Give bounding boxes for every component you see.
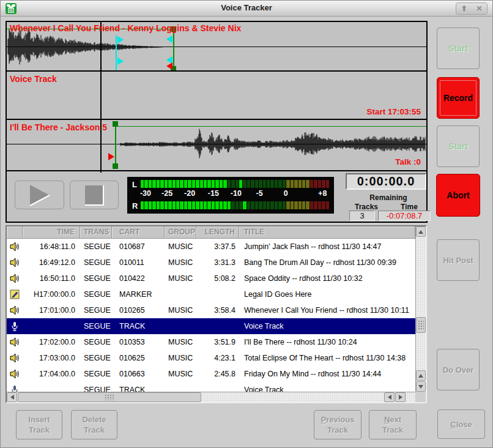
- meter-segment: [243, 201, 246, 209]
- level-line: [115, 126, 426, 127]
- vertical-scroll-thumb[interactable]: [416, 317, 426, 333]
- voice-tracker-window: Voice Tracker ⬆ ✕ Whenever I Call You Fr…: [0, 0, 493, 448]
- start-playback-button[interactable]: Start: [437, 28, 480, 69]
- meter-segment: [247, 180, 250, 188]
- column-header-cart[interactable]: CART: [112, 226, 165, 239]
- meter-segment: [278, 180, 281, 188]
- meter-segment: [168, 180, 171, 188]
- meter-segment: [286, 180, 289, 188]
- log-event-row[interactable]: 17:03:00.0SEGUE010625MUSIC4:23.1Total Ec…: [7, 350, 415, 366]
- start-marker-handle-top[interactable]: [113, 121, 118, 127]
- scrollbar-corner: [415, 392, 426, 402]
- close-button[interactable]: Close: [437, 409, 485, 439]
- abort-button[interactable]: Abort: [436, 174, 480, 217]
- scroll-left-button-2[interactable]: [384, 392, 395, 402]
- scroll-up-button[interactable]: [416, 226, 426, 237]
- log-event-row[interactable]: 16:48:11.0SEGUE010687MUSIC3:37.5Jumpin' …: [7, 239, 415, 255]
- record-button[interactable]: Record: [437, 77, 480, 119]
- scroll-up-button-2[interactable]: [416, 370, 426, 381]
- meter-segment: [184, 201, 187, 209]
- close-icon[interactable]: ✕: [472, 3, 487, 14]
- cell: 17:02:00.0: [23, 338, 80, 346]
- cell: 3:31.3: [196, 258, 239, 267]
- talk-marker-handle-upper[interactable]: [117, 36, 124, 43]
- log-event-row[interactable]: SEGUETRACKVoice Track: [7, 318, 415, 334]
- cell: MUSIC: [165, 370, 196, 378]
- start-marker-handle-bottom[interactable]: [113, 163, 118, 169]
- scroll-down-button[interactable]: [416, 381, 426, 392]
- column-header-length[interactable]: LENGTH: [196, 226, 239, 239]
- cell: MUSIC: [165, 274, 196, 283]
- previous-label-1: Previous: [321, 414, 355, 425]
- meter-segment: [275, 180, 278, 188]
- log-event-row[interactable]: 17:02:00.0SEGUE010353MUSIC3:51.9I'll Be …: [7, 334, 415, 350]
- meter-scale: -30-25-20-15-10-50+8: [141, 189, 329, 200]
- mic-icon: [7, 385, 23, 392]
- horizontal-scroll-thumb[interactable]: [18, 392, 201, 402]
- arrow-left-icon: [388, 395, 391, 400]
- play-button[interactable]: [15, 181, 64, 209]
- log-event-row[interactable]: 17:01:00.0SEGUE010265MUSIC3:58.4Whenever…: [7, 302, 415, 318]
- horizontal-scrollbar[interactable]: [7, 392, 415, 402]
- vertical-scrollbar[interactable]: [415, 226, 426, 392]
- remaining-tracks-value: 3: [349, 211, 375, 221]
- hit-post-button[interactable]: Hit Post: [437, 239, 480, 281]
- cell: H17:00:00.0: [23, 290, 80, 299]
- shade-icon[interactable]: ⬆: [456, 3, 472, 14]
- start-next-button[interactable]: Start: [437, 125, 480, 167]
- scroll-left-button[interactable]: [7, 392, 17, 402]
- meter-segment: [239, 201, 242, 209]
- meter-segment: [231, 201, 234, 209]
- cell: 17:01:00.0: [23, 306, 80, 315]
- meter-segment: [275, 201, 278, 209]
- fade-marker-left[interactable]: [166, 62, 172, 70]
- insert-track-button[interactable]: Insert Track: [16, 410, 62, 439]
- meter-segment: [188, 201, 191, 209]
- speaker-icon: [7, 242, 23, 252]
- meter-segment: [196, 180, 199, 188]
- meter-segment: [235, 201, 239, 209]
- insert-label-1: Insert: [28, 414, 50, 425]
- cell: TRACK: [112, 322, 165, 330]
- meter-segment: [322, 201, 325, 209]
- log-event-row[interactable]: 17:04:00.0SEGUE010663MUSIC2:45.8Friday O…: [7, 366, 415, 382]
- cell: Space Oddity -- rdhost 11/30 10:32: [239, 274, 415, 283]
- meter-segment: [291, 201, 294, 209]
- next-track-button[interactable]: Next Track: [369, 410, 417, 439]
- column-header-title[interactable]: TITLE: [239, 226, 415, 239]
- do-over-button[interactable]: Do Over: [437, 349, 480, 390]
- column-header-time[interactable]: TIME: [23, 226, 80, 239]
- meter-segment: [144, 201, 147, 209]
- start-marker-line: [115, 124, 116, 169]
- meter-segment: [326, 180, 329, 188]
- scroll-right-button[interactable]: [395, 392, 406, 402]
- log-event-row[interactable]: SEGUETRACKVoice Track: [7, 382, 415, 392]
- column-header-icon[interactable]: [7, 226, 23, 239]
- cell: 2:45.8: [196, 370, 239, 378]
- fade-marker-right[interactable]: [108, 153, 114, 160]
- audio-level-meter: L -30-25-20-15-10-50+8 R: [127, 177, 334, 214]
- meter-segment: [223, 180, 226, 188]
- meter-segment: [212, 180, 215, 188]
- column-header-group[interactable]: GROUP: [165, 226, 196, 239]
- delete-track-button[interactable]: Delete Track: [71, 410, 117, 439]
- stop-button[interactable]: [70, 181, 119, 209]
- meter-segment: [157, 180, 160, 188]
- talk-marker-handle-lower[interactable]: [117, 58, 124, 65]
- talk-end-handle-upper[interactable]: [166, 35, 172, 43]
- mic-icon: [7, 321, 23, 331]
- cell: SEGUE: [80, 258, 112, 267]
- meter-segment: [215, 180, 218, 188]
- previous-track-button[interactable]: Previous Track: [314, 410, 361, 439]
- log-event-row[interactable]: 16:49:12.0SEGUE010011MUSIC3:31.3Bang The…: [7, 255, 415, 271]
- transport-bar: L -30-25-20-15-10-50+8 R 0:00:00.0 Remai…: [7, 173, 426, 222]
- column-header-trans[interactable]: TRANS: [80, 226, 112, 239]
- meter-right-label: R: [132, 201, 141, 211]
- cell: MUSIC: [165, 242, 196, 251]
- next-label-1: Next: [384, 414, 401, 425]
- cell: 16:49:12.0: [23, 258, 80, 267]
- hit-post-label: Hit Post: [443, 255, 473, 266]
- log-event-row[interactable]: 16:50:11.0SEGUE010422MUSIC5:08.2Space Od…: [7, 271, 415, 286]
- log-event-row[interactable]: H17:00:00.0SEGUEMARKERLegal ID Goes Here: [7, 286, 415, 302]
- talk-time-label: Talk :0: [395, 157, 421, 166]
